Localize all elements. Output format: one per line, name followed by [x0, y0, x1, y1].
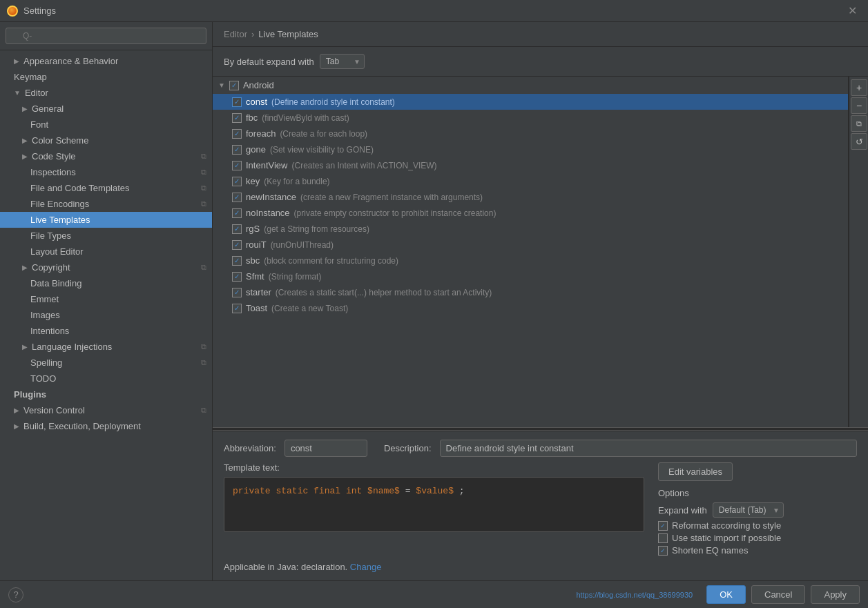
cancel-button[interactable]: Cancel	[751, 585, 805, 604]
template-checkbox-newinstance[interactable]: ✓	[232, 193, 242, 202]
template-checkbox-rgs[interactable]: ✓	[232, 224, 242, 234]
template-desc-noinstance: (private empty constructor to prohibit i…	[294, 208, 496, 218]
sidebar-item-editor[interactable]: ▼ Editor	[0, 85, 212, 101]
copy-icon-language-injections: ⧉	[201, 342, 206, 351]
sidebar-item-keymap[interactable]: Keymap	[0, 69, 212, 85]
templates-area: ▼ ✓ Android ✓ const (Define android styl…	[213, 77, 868, 427]
expand-arrow-editor: ▼	[14, 89, 21, 97]
template-row-rouit[interactable]: ✓ rouiT (runOnUIThread)	[213, 237, 848, 253]
template-checkbox-starter[interactable]: ✓	[232, 288, 242, 297]
description-input[interactable]	[440, 440, 857, 457]
sidebar-item-appearance[interactable]: ▶ Appearance & Behavior	[0, 53, 212, 69]
template-row-noinstance[interactable]: ✓ noInstance (private empty constructor …	[213, 205, 848, 221]
sidebar-item-layout-editor[interactable]: Layout Editor	[0, 244, 212, 259]
template-checkbox-sfmt[interactable]: ✓	[232, 272, 242, 282]
close-button[interactable]: ✕	[844, 3, 861, 19]
template-checkbox-gone[interactable]: ✓	[232, 145, 242, 155]
template-row-newinstance[interactable]: ✓ newInstance (create a new Fragment ins…	[213, 189, 848, 205]
sidebar-item-intentions[interactable]: Intentions	[0, 323, 212, 339]
sidebar-label-emmet: Emmet	[30, 294, 59, 304]
template-checkbox-foreach[interactable]: ✓	[232, 129, 242, 139]
template-row-foreach[interactable]: ✓ foreach (Create a for each loop)	[213, 126, 848, 141]
restore-template-button[interactable]: ↺	[851, 133, 867, 150]
expand-with-dropdown-wrapper: Tab Space Enter ▼	[320, 54, 365, 69]
template-checkbox-key[interactable]: ✓	[232, 177, 242, 186]
help-button[interactable]: ?	[8, 587, 23, 602]
sidebar-item-code-style[interactable]: ▶ Code Style ⧉	[0, 148, 212, 164]
var-name: $name$	[367, 486, 400, 496]
template-row-starter[interactable]: ✓ starter (Creates a static start(...) h…	[213, 284, 848, 300]
static-import-checkbox[interactable]	[658, 533, 668, 543]
sidebar-item-inspections[interactable]: Inspections ⧉	[0, 164, 212, 180]
template-desc-intentview: (Creates an Intent with ACTION_VIEW)	[291, 161, 436, 170]
android-group-header[interactable]: ▼ ✓ Android	[213, 77, 848, 94]
template-row-sfmt[interactable]: ✓ Sfmt (String format)	[213, 268, 848, 284]
template-text-left: Template text: private static final int	[224, 462, 644, 532]
template-row-const[interactable]: ✓ const (Define android style int consta…	[213, 94, 848, 110]
sidebar-item-live-templates[interactable]: Live Templates	[0, 212, 212, 228]
edit-variables-button[interactable]: Edit variables	[658, 462, 733, 481]
shorten-eq-checkbox[interactable]	[658, 546, 668, 556]
sidebar-item-copyright[interactable]: ▶ Copyright ⧉	[0, 259, 212, 275]
sidebar-item-emmet[interactable]: Emmet	[0, 291, 212, 307]
sidebar-item-build-execution[interactable]: ▶ Build, Execution, Deployment	[0, 418, 212, 434]
sidebar-item-data-binding[interactable]: Data Binding	[0, 275, 212, 291]
sidebar-item-color-scheme[interactable]: ▶ Color Scheme	[0, 133, 212, 148]
sidebar-item-file-encodings[interactable]: File Encodings ⧉	[0, 196, 212, 212]
template-row-gone[interactable]: ✓ gone (Set view visibility to GONE)	[213, 141, 848, 157]
sidebar-nav: ▶ Appearance & Behavior Keymap ▼ Editor …	[0, 50, 212, 580]
template-row-sbc[interactable]: ✓ sbc (block comment for structuring cod…	[213, 253, 848, 268]
search-input[interactable]	[6, 28, 206, 44]
content-panel: Editor › Live Templates By default expan…	[213, 22, 868, 580]
copy-template-button[interactable]: ⧉	[851, 115, 867, 132]
template-checkbox-rouit[interactable]: ✓	[232, 240, 242, 250]
add-template-button[interactable]: +	[851, 79, 867, 96]
android-group-label: Android	[243, 80, 274, 90]
reformat-label: Reformat according to style	[672, 520, 781, 531]
template-checkbox-intentview[interactable]: ✓	[232, 161, 242, 170]
sidebar-item-version-control[interactable]: ▶ Version Control ⧉	[0, 402, 212, 418]
template-checkbox-noinstance[interactable]: ✓	[232, 208, 242, 218]
abbreviation-input[interactable]	[284, 440, 367, 457]
sidebar-item-images[interactable]: Images	[0, 307, 212, 323]
ok-button[interactable]: OK	[706, 585, 746, 604]
remove-template-button[interactable]: −	[851, 97, 867, 114]
android-group-checkbox[interactable]: ✓	[229, 81, 239, 90]
sidebar-item-font[interactable]: Font	[0, 117, 212, 133]
kw-private: private	[233, 486, 271, 496]
breadcrumb: Editor › Live Templates	[213, 22, 868, 47]
shorten-eq-checkbox-row[interactable]: Shorten EQ names	[658, 545, 857, 556]
sidebar-item-language-injections[interactable]: ▶ Language Injections ⧉	[0, 339, 212, 355]
sidebar-item-general[interactable]: ▶ General	[0, 101, 212, 117]
template-checkbox-sbc[interactable]: ✓	[232, 256, 242, 266]
sidebar-item-plugins[interactable]: Plugins	[0, 386, 212, 402]
template-row-fbc[interactable]: ✓ fbc (findViewByld with cast)	[213, 110, 848, 126]
expand-arrow-version-control: ▶	[14, 406, 19, 414]
breadcrumb-separator: ›	[251, 29, 254, 39]
apply-button[interactable]: Apply	[811, 585, 860, 604]
right-panel: Edit variables Options Expand with Defau…	[650, 462, 857, 558]
static-import-checkbox-row[interactable]: Use static import if possible	[658, 533, 857, 543]
template-checkbox-toast[interactable]: ✓	[232, 304, 242, 313]
template-checkbox-fbc[interactable]: ✓	[232, 113, 242, 123]
change-link[interactable]: Change	[350, 562, 382, 572]
applicable-line: Applicable in Java: declaration. Change	[224, 562, 857, 572]
template-checkbox-const[interactable]: ✓	[232, 97, 242, 107]
sidebar-label-plugins: Plugins	[14, 389, 46, 400]
sidebar-item-file-code-templates[interactable]: File and Code Templates ⧉	[0, 180, 212, 196]
reformat-checkbox-row[interactable]: Reformat according to style	[658, 520, 857, 531]
expand-with-detail-select[interactable]: Default (Tab) Tab Space Enter	[713, 502, 784, 518]
template-row-intentview[interactable]: ✓ IntentView (Creates an Intent with ACT…	[213, 157, 848, 173]
sidebar-item-todo[interactable]: TODO	[0, 371, 212, 386]
sidebar-item-spelling[interactable]: Spelling ⧉	[0, 355, 212, 371]
reformat-checkbox[interactable]	[658, 521, 668, 531]
template-row-rgs[interactable]: ✓ rgS (get a String from resources)	[213, 221, 848, 237]
expand-with-label: By default expand with	[224, 57, 314, 67]
sidebar-label-general: General	[32, 104, 64, 114]
sidebar-item-file-types[interactable]: File Types	[0, 228, 212, 244]
template-row-key[interactable]: ✓ key (Key for a bundle)	[213, 173, 848, 189]
code-editor[interactable]: private static final int $name$ = $value…	[224, 477, 644, 532]
template-row-toast[interactable]: ✓ Toast (Create a new Toast)	[213, 300, 848, 316]
footer-link[interactable]: https://blog.csdn.net/qq_38699930	[576, 591, 693, 599]
expand-with-select[interactable]: Tab Space Enter	[320, 54, 365, 69]
